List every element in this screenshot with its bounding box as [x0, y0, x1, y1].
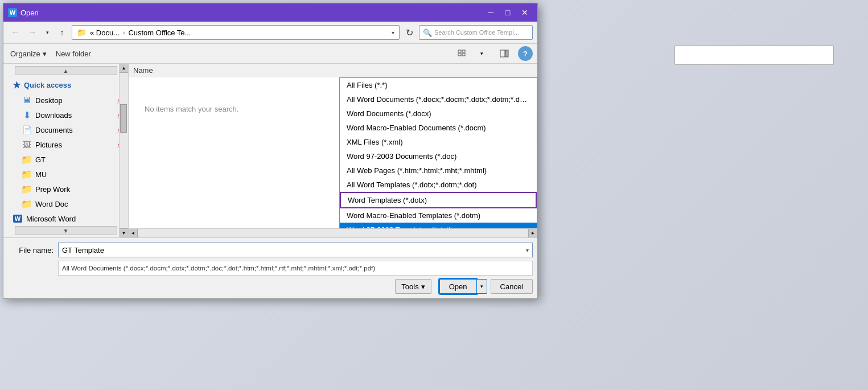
dropdown-item-all-web-pages[interactable]: All Web Pages (*.htm;*.html;*.mht;*.mhtm… — [340, 163, 537, 178]
open-dropdown-button[interactable]: ▾ — [476, 279, 487, 294]
chevron-down-icon: ▾ — [46, 30, 49, 35]
dropdown-item-word-macro-docm[interactable]: Word Macro-Enabled Documents (*.docm) — [340, 121, 537, 135]
svg-rect-3 — [462, 54, 465, 56]
pictures-label: Pictures — [35, 141, 62, 149]
sidebar-scroll-up-btn[interactable]: ▲ — [120, 64, 128, 73]
dropdown-item-word-templates-dotx[interactable]: Word Templates (*.dotx) — [340, 192, 537, 208]
toolbar: Organize ▾ New folder ▾ — [3, 44, 537, 64]
dialog-title: Open — [20, 9, 39, 17]
tools-arrow-icon: ▾ — [421, 282, 425, 291]
dropdown-item-word-97-2003-templates[interactable]: Word 97-2003 Templates (*.dot) — [340, 223, 537, 228]
filename-row: File name: GT Template ▾ — [8, 243, 533, 257]
search-placeholder-text: Search Custom Office Templ... — [434, 29, 519, 36]
search-icon: 🔍 — [423, 28, 432, 37]
app-icon: W — [8, 8, 17, 17]
dropdown-item-xml-files[interactable]: XML Files (*.xml) — [340, 135, 537, 149]
back-button[interactable]: ← — [8, 25, 23, 40]
hscroll-right-btn[interactable]: ► — [528, 229, 537, 238]
maximize-button[interactable]: □ — [500, 6, 516, 19]
file-area-header: Name — [129, 64, 537, 77]
sidebar-item-microsoft-word[interactable]: W Microsoft Word — [3, 211, 128, 226]
sidebar-item-documents[interactable]: 📄 Documents 📌 — [3, 122, 128, 137]
desktop-folder-icon: 🖥 — [22, 95, 32, 105]
help-button[interactable]: ? — [518, 46, 533, 61]
main-content: ▲ ★ Quick access 🖥 Desktop 📌 ⬇ Down — [3, 64, 537, 237]
documents-icon: 📄 — [22, 125, 32, 135]
view-dropdown-button[interactable]: ▾ — [472, 46, 491, 61]
horizontal-scrollbar[interactable]: ◄ ► — [129, 228, 537, 237]
sidebar-item-pictures[interactable]: 🖼 Pictures 📌 — [3, 137, 128, 152]
path-part-2: Custom Office Te... — [128, 28, 191, 37]
filename-input[interactable]: GT Template ▾ — [58, 243, 533, 257]
dropdown-item-word-docs-docx[interactable]: Word Documents (*.docx) — [340, 106, 537, 121]
window-controls: ─ □ ✕ — [483, 6, 533, 19]
sidebar-scroll-thumb[interactable] — [120, 104, 127, 133]
cancel-button[interactable]: Cancel — [491, 279, 533, 294]
back-icon: ← — [11, 28, 19, 37]
tools-label: Tools — [401, 282, 418, 291]
filename-value: GT Template — [62, 246, 104, 254]
dropdown-item-all-files[interactable]: All Files (*.*) — [340, 78, 537, 92]
sidebar-item-gt[interactable]: 📁 GT — [3, 152, 128, 167]
gt-label: GT — [35, 155, 46, 164]
sidebar-down-arrow[interactable]: ▼ — [15, 226, 117, 235]
open-button[interactable]: Open — [439, 279, 476, 294]
sidebar-item-mu[interactable]: 📁 MU — [3, 167, 128, 182]
dropdown-item-all-word-templates[interactable]: All Word Templates (*.dotx;*.dotm;*.dot) — [340, 178, 537, 192]
forward-icon: → — [28, 28, 36, 37]
preview-pane-button[interactable] — [495, 46, 513, 61]
hscroll-left-btn[interactable]: ◄ — [129, 229, 138, 238]
grid-view-icon — [458, 50, 467, 58]
dropdown-recent-button[interactable]: ▾ — [42, 25, 52, 40]
filename-dropdown-arrow[interactable]: ▾ — [526, 247, 529, 253]
path-dropdown-icon[interactable]: ▾ — [392, 30, 394, 36]
svg-rect-5 — [505, 50, 508, 57]
gt-folder-icon: 📁 — [22, 154, 32, 165]
refresh-button[interactable]: ↻ — [402, 25, 417, 40]
column-name-header: Name — [133, 65, 153, 76]
minimize-button[interactable]: ─ — [483, 6, 499, 19]
word-icon: W — [13, 214, 23, 224]
filetype-display[interactable]: All Word Documents (*.docx;*.docm;*.dotx… — [58, 261, 533, 276]
forward-button[interactable]: → — [25, 25, 40, 40]
open-arrow-icon: ▾ — [480, 284, 483, 289]
organize-arrow-icon: ▾ — [43, 50, 47, 58]
svg-rect-1 — [462, 50, 465, 52]
svg-rect-4 — [500, 50, 505, 57]
sidebar-scrollbar: ▲ ▼ — [119, 64, 128, 237]
hscroll-track — [138, 229, 528, 237]
filetype-row: All Word Documents (*.docx;*.docm;*.dotx… — [8, 261, 533, 276]
view-grid-button[interactable] — [453, 46, 471, 61]
desktop-label: Desktop — [35, 96, 63, 105]
organize-button[interactable]: Organize ▾ — [8, 48, 49, 59]
open-button-group: Open ▾ — [439, 279, 487, 294]
downloads-icon: ⬇ — [22, 110, 32, 120]
prep-work-label: Prep Work — [35, 185, 70, 194]
sidebar-scroll-up[interactable]: ▲ — [3, 64, 128, 75]
dropdown-item-word-macro-templates[interactable]: Word Macro-Enabled Templates (*.dotm) — [340, 208, 537, 223]
new-folder-button[interactable]: New folder — [54, 48, 93, 59]
microsoft-word-label: Microsoft Word — [26, 215, 76, 223]
dropdown-item-all-word-docs[interactable]: All Word Documents (*.docx;*.docm;*.dotx… — [340, 92, 537, 106]
sidebar-item-downloads[interactable]: ⬇ Downloads 📌 — [3, 108, 128, 122]
filetype-value: All Word Documents (*.docx;*.docm;*.dotx… — [62, 265, 375, 272]
filetype-dropdown-list[interactable]: All Files (*.*)All Word Documents (*.doc… — [339, 77, 537, 228]
sidebar-item-word-doc[interactable]: 📁 Word Doc — [3, 196, 128, 211]
sidebar-scroll-down-btn[interactable]: ▼ — [120, 228, 128, 237]
sidebar-item-desktop[interactable]: 🖥 Desktop 📌 — [3, 93, 128, 108]
buttons-row: Tools ▾ Open ▾ Cancel — [8, 279, 533, 294]
title-bar-left: W Open — [8, 8, 39, 17]
sidebar-scroll-down-area: ▼ — [3, 226, 128, 237]
new-folder-label: New folder — [56, 50, 91, 58]
sidebar-scroll-track — [120, 73, 128, 228]
close-button[interactable]: ✕ — [517, 6, 533, 19]
search-box[interactable]: 🔍 Search Custom Office Templ... — [419, 25, 533, 40]
address-path[interactable]: 📁 « Docu... › Custom Office Te... ▾ — [72, 25, 400, 40]
dropdown-item-word-97-2003[interactable]: Word 97-2003 Documents (*.doc) — [340, 149, 537, 163]
view-dropdown-arrow: ▾ — [480, 51, 483, 56]
tools-button[interactable]: Tools ▾ — [395, 279, 431, 294]
filetype-dropdown-overlay: All Files (*.*)All Word Documents (*.doc… — [129, 77, 537, 228]
up-button[interactable]: ↑ — [55, 25, 69, 40]
sidebar-item-prep-work[interactable]: 📁 Prep Work — [3, 182, 128, 196]
sidebar-up-arrow[interactable]: ▲ — [15, 66, 117, 75]
